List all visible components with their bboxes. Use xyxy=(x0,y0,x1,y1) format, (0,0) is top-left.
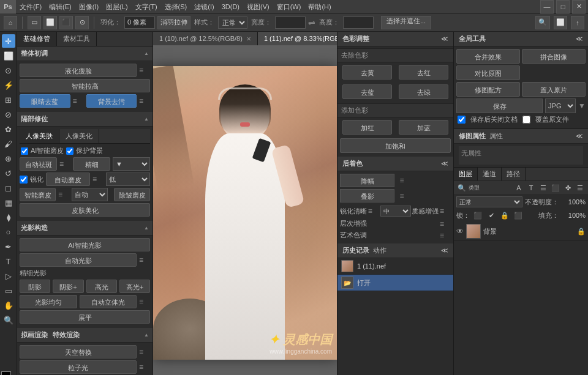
sky-settings[interactable]: ≡ xyxy=(139,347,150,356)
window-minimize-btn[interactable]: — xyxy=(540,0,554,13)
attributes-header[interactable]: 修图属性 属性 ≪ xyxy=(454,129,588,144)
smooth-select[interactable]: 低 xyxy=(106,173,150,186)
blur-tool[interactable]: ⧫ xyxy=(2,210,15,224)
auto-spot-btn[interactable]: 自动祛斑 xyxy=(20,157,57,171)
spot-settings-icon[interactable]: ≡ xyxy=(59,160,70,168)
render-section-header[interactable]: 拟画渲染 特效渲染 ▲ xyxy=(17,328,153,343)
add-red-btn[interactable]: 加红 xyxy=(342,120,392,135)
high-btn[interactable]: 高光 xyxy=(86,280,117,293)
remove-yellow-btn[interactable]: 去黄 xyxy=(342,65,392,80)
special-render-title[interactable]: 特效渲染 xyxy=(53,330,80,340)
zoom-tool[interactable]: 🔍 xyxy=(2,313,15,327)
remove-green-btn[interactable]: 去绿 xyxy=(399,84,448,99)
shadow-settings[interactable]: ≡ xyxy=(396,189,407,202)
window-close-btn[interactable]: ✕ xyxy=(572,0,586,13)
sharpen-select[interactable]: 中 xyxy=(380,206,411,217)
layer-icon-1[interactable]: A xyxy=(513,182,524,193)
color-adjust-header[interactable]: 色彩调整 ≪ xyxy=(337,32,453,46)
layer-background[interactable]: 👁 背景 🔒 xyxy=(454,222,588,241)
eyedropper-tool[interactable]: ⊘ xyxy=(2,108,15,121)
doc-tab-1[interactable]: 1 (10).nef @ 12.5%(RGB/8) ✕ xyxy=(153,32,258,45)
spread-btn[interactable]: 消羽拉伸 xyxy=(157,16,190,29)
layer-icon-2[interactable]: T xyxy=(526,182,537,193)
crop-tool[interactable]: ⊞ xyxy=(2,93,15,106)
solid-settings[interactable]: ≡ xyxy=(139,297,150,306)
portrait-section-header[interactable]: 隔部修佐 ▲ xyxy=(17,112,153,127)
search-layers-icon[interactable]: 🔍 xyxy=(456,182,467,193)
save-close-checkbox[interactable] xyxy=(458,116,466,124)
portrait-beauty-tab[interactable]: 人像美化 xyxy=(59,129,99,143)
shape-tool[interactable]: ▭ xyxy=(2,284,15,297)
window-maximize-btn[interactable]: □ xyxy=(556,0,570,13)
auto-smooth-btn[interactable]: 自动磨皮 xyxy=(46,173,90,186)
smooth-settings-icon[interactable]: ≡ xyxy=(92,175,104,184)
menu-edit[interactable]: 编辑(E) xyxy=(45,0,75,13)
contrast-original-btn[interactable]: 对比原图 xyxy=(456,65,520,80)
menu-text[interactable]: 文字(T) xyxy=(132,0,161,13)
hand-tool[interactable]: ✋ xyxy=(2,299,15,312)
layer-menu[interactable]: ☰ xyxy=(575,182,586,193)
protect-bg-checkbox[interactable] xyxy=(66,147,74,155)
liquefy-btn[interactable]: 液化瘦脸 xyxy=(20,64,137,77)
shadow-btn[interactable]: 叠影 xyxy=(340,189,394,202)
home-btn[interactable]: ⌂ xyxy=(4,16,17,29)
select-tool[interactable]: ⬜ xyxy=(2,49,15,62)
retouch-recipe-btn[interactable]: 修图配方 xyxy=(456,82,520,97)
tab-material-tools[interactable]: 素材工具 xyxy=(57,32,97,46)
liquefy-settings-icon[interactable]: ≡ xyxy=(139,66,150,75)
menu-help[interactable]: 帮助(H) xyxy=(304,0,334,13)
history-header[interactable]: 历史记录 动作 ≪ xyxy=(337,243,453,258)
render-title[interactable]: 拟画渲染 xyxy=(21,330,48,340)
retouch-attr-title[interactable]: 修图属性 xyxy=(459,132,486,141)
sky-replace-btn[interactable]: 天空替换 xyxy=(20,345,137,358)
lasso-btn[interactable]: ⊙ xyxy=(75,16,89,29)
quality-settings[interactable]: ≡ xyxy=(440,207,451,215)
auto-light-settings[interactable]: ≡ xyxy=(139,256,150,264)
cover-original-checkbox[interactable] xyxy=(522,116,530,124)
lock-1[interactable]: ⬛ xyxy=(472,210,483,221)
layer-icon-4[interactable]: ⬛ xyxy=(550,182,561,193)
smart-settings-icon[interactable]: ≡ xyxy=(58,190,69,199)
lock-2[interactable]: ✔ xyxy=(486,210,497,221)
fine-btn[interactable]: 精细 xyxy=(73,157,110,171)
high-plus-btn[interactable]: 高光+ xyxy=(119,280,150,293)
width-input[interactable] xyxy=(275,17,306,29)
add-blue-btn[interactable]: 加蓝 xyxy=(399,120,448,135)
text-tool[interactable]: T xyxy=(2,254,15,268)
sharpen-checkbox[interactable] xyxy=(20,176,28,184)
auto-light-btn[interactable]: 自动光影 xyxy=(20,253,137,267)
arrange-btn[interactable]: ⬜ xyxy=(554,16,567,29)
tab-1-close-icon[interactable]: ✕ xyxy=(246,35,251,42)
reduce-settings[interactable]: ≡ xyxy=(396,174,407,187)
blend-mode-select[interactable]: 正常 xyxy=(456,196,522,207)
format-select[interactable]: JPG xyxy=(545,98,576,113)
canvas-area[interactable]: ✦ 灵感中国 www.lingganchina.com xyxy=(153,45,337,375)
history-item-2[interactable]: 📂 打开 xyxy=(337,275,453,291)
shape-btn[interactable]: ▭ xyxy=(28,16,41,29)
layers-tab-paths[interactable]: 路径 xyxy=(502,168,526,180)
feather-input[interactable] xyxy=(124,17,155,29)
fine-select[interactable]: ▼ xyxy=(113,157,150,171)
eye-blue-btn[interactable]: 眼睛去蓝 xyxy=(20,94,70,108)
remove-red-btn[interactable]: 去红 xyxy=(399,65,448,80)
put-in-photo-btn[interactable]: 置入原片 xyxy=(522,82,586,97)
history-brush-tool[interactable]: ↺ xyxy=(2,166,15,180)
move-tool[interactable]: ✛ xyxy=(2,34,15,48)
select-mode-btn[interactable]: ⬜ xyxy=(43,16,57,29)
object-select-tool[interactable]: ⚡ xyxy=(2,78,15,92)
eraser-tool[interactable]: ◻ xyxy=(2,181,15,195)
art-tone-settings[interactable]: ≡ xyxy=(440,231,451,240)
skin-enhance-btn[interactable]: 皮肤美化 xyxy=(20,203,150,217)
history-title[interactable]: 历史记录 xyxy=(342,246,369,255)
shadow-btn[interactable]: 阴影 xyxy=(20,280,50,293)
ai-smooth-checkbox[interactable] xyxy=(21,147,28,155)
menu-view[interactable]: 视图(V) xyxy=(243,0,273,13)
merge-effects-btn[interactable]: 合并效果 xyxy=(456,49,520,64)
bg-settings-icon[interactable]: ≡ xyxy=(139,97,150,105)
menu-3d[interactable]: 3D(D) xyxy=(218,0,243,13)
after-color-header[interactable]: 后着色 ≪ xyxy=(337,157,453,171)
layers-tab-layers[interactable]: 图层 xyxy=(454,168,478,180)
mosaic-image-btn[interactable]: 拼合图像 xyxy=(522,49,586,64)
particle-btn[interactable]: 粒子光 xyxy=(20,360,137,374)
flatten-btn[interactable]: 展平 xyxy=(20,310,150,324)
